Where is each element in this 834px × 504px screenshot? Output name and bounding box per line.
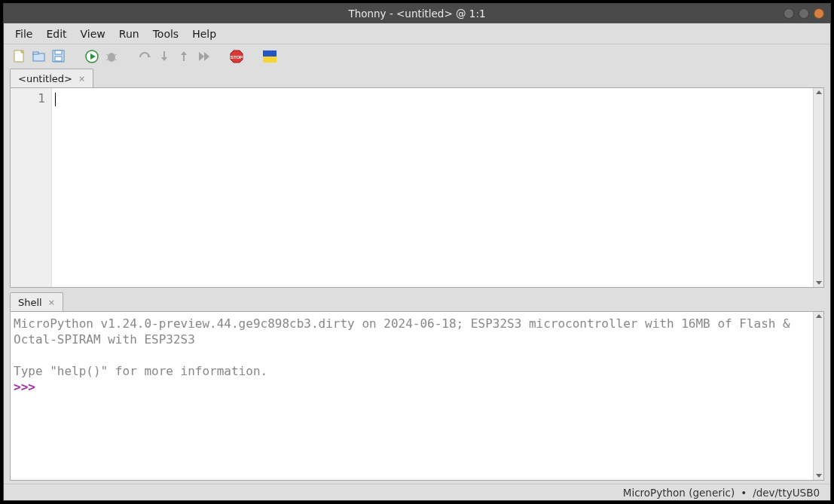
menu-tools[interactable]: Tools <box>146 25 186 43</box>
editor-pane: <untitled> × 1 <box>10 69 824 288</box>
titlebar: Thonny - <untitled> @ 1:1 <box>4 4 830 23</box>
minimize-button[interactable] <box>784 8 794 19</box>
menu-run[interactable]: Run <box>112 25 146 43</box>
step-out-button[interactable] <box>176 48 192 65</box>
run-button[interactable] <box>84 48 100 65</box>
svg-rect-23 <box>263 50 276 57</box>
debug-bug-icon <box>105 50 118 63</box>
shell-body: MicroPython v1.24.0-preview.44.ge9c898cb… <box>10 311 824 481</box>
debug-button[interactable] <box>103 48 120 65</box>
new-file-button[interactable] <box>11 48 28 65</box>
resume-icon <box>197 50 210 63</box>
run-icon <box>85 50 99 63</box>
step-over-button[interactable] <box>136 48 153 65</box>
svg-rect-6 <box>55 57 62 61</box>
shell-output[interactable]: MicroPython v1.24.0-preview.44.ge9c898cb… <box>11 312 813 480</box>
shell-tab-label: Shell <box>18 297 42 308</box>
menu-edit[interactable]: Edit <box>39 25 73 43</box>
save-file-button[interactable] <box>50 48 67 65</box>
line-gutter: 1 <box>11 88 52 287</box>
thonny-window: Thonny - <untitled> @ 1:1 File Edit View… <box>3 3 831 501</box>
editor-tabs: <untitled> × <box>10 69 824 87</box>
svg-text:STOP: STOP <box>231 55 243 60</box>
shell-tabs: Shell × <box>10 292 824 311</box>
code-editor[interactable] <box>52 88 813 287</box>
menubar: File Edit View Run Tools Help <box>4 23 830 44</box>
status-backend[interactable]: MicroPython (generic) <box>623 487 735 499</box>
stop-button[interactable]: STOP <box>228 48 245 65</box>
editor-scrollbar[interactable] <box>813 88 823 287</box>
close-shell-tab-icon[interactable]: × <box>48 298 55 307</box>
shell-scrollbar[interactable] <box>813 312 823 480</box>
shell-banner-2: Type "help()" for more information. <box>14 364 267 378</box>
resume-button[interactable] <box>195 48 212 65</box>
step-into-icon <box>157 50 171 63</box>
content-area: <untitled> × 1 Shell × <box>4 69 830 484</box>
menu-file[interactable]: File <box>8 25 39 43</box>
support-ukraine-button[interactable] <box>261 48 278 65</box>
window-controls <box>784 8 824 19</box>
status-port[interactable]: /dev/ttyUSB0 <box>753 487 820 499</box>
statusbar: MicroPython (generic) • /dev/ttyUSB0 <box>4 484 830 500</box>
shell-banner-1: MicroPython v1.24.0-preview.44.ge9c898cb… <box>14 316 797 347</box>
open-file-button[interactable] <box>31 48 47 65</box>
svg-marker-20 <box>204 52 209 61</box>
maximize-button[interactable] <box>799 8 809 19</box>
toolbar: STOP <box>4 44 830 69</box>
stop-sign-icon: STOP <box>230 50 243 63</box>
status-separator: • <box>741 487 747 499</box>
open-folder-icon <box>32 50 46 63</box>
menu-help[interactable]: Help <box>185 25 223 43</box>
text-caret <box>55 93 56 106</box>
shell-prompt: >>> <box>14 380 43 394</box>
close-tab-icon[interactable]: × <box>78 75 85 83</box>
svg-rect-24 <box>263 57 276 63</box>
step-out-icon <box>177 50 191 63</box>
ukraine-flag-icon <box>263 50 276 63</box>
editor-tab-untitled[interactable]: <untitled> × <box>10 69 93 87</box>
editor-tab-label: <untitled> <box>18 73 72 84</box>
svg-marker-19 <box>199 52 204 61</box>
svg-rect-5 <box>55 50 62 54</box>
new-file-icon <box>13 50 26 63</box>
close-button[interactable] <box>814 8 824 19</box>
svg-marker-16 <box>161 57 167 61</box>
svg-rect-3 <box>33 52 38 54</box>
editor-body: 1 <box>10 87 824 288</box>
svg-marker-18 <box>181 51 187 55</box>
window-title: Thonny - <untitled> @ 1:1 <box>348 8 485 20</box>
shell-pane: Shell × MicroPython v1.24.0-preview.44.g… <box>10 292 824 481</box>
save-icon <box>52 50 66 63</box>
line-number: 1 <box>11 91 45 105</box>
menu-view[interactable]: View <box>74 25 112 43</box>
step-over-icon <box>138 50 151 63</box>
shell-tab[interactable]: Shell × <box>10 292 63 311</box>
step-into-button[interactable] <box>156 48 173 65</box>
svg-point-9 <box>108 53 115 62</box>
